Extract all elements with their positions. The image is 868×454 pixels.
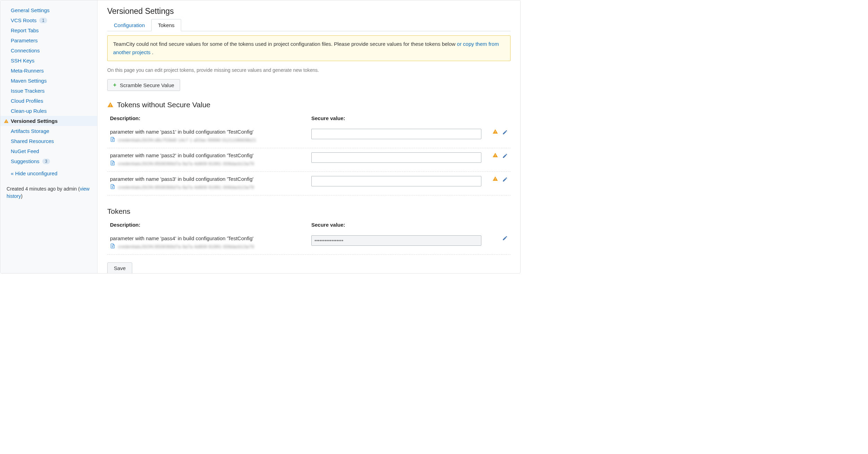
sidebar-item-versioned-settings[interactable]: Versioned Settings — [0, 116, 97, 126]
token-credential: credentialsJSON:8508366d7a 9a7a 4d809 81… — [110, 160, 311, 167]
sidebar-item-label: Artifacts Storage — [11, 128, 49, 134]
document-icon — [110, 137, 115, 143]
token-description-text: parameter with name 'pass3' in build con… — [110, 176, 311, 182]
token-actions — [486, 152, 508, 159]
scramble-button-label: Scramble Secure Value — [120, 82, 174, 88]
sidebar-item-label: VCS Roots — [11, 17, 36, 23]
token-row: parameter with name 'pass1' in build con… — [107, 125, 511, 148]
token-credential: credentialsJSON:8508366d7a 9a7a 4d809 81… — [110, 243, 311, 250]
plus-icon: + — [113, 82, 116, 88]
sidebar-item-shared-resources[interactable]: Shared Resources — [0, 136, 97, 146]
token-input-wrapper — [311, 235, 481, 246]
sidebar-item-label: Clean-up Rules — [11, 108, 47, 114]
section-title-text: Tokens — [107, 207, 130, 216]
document-icon — [110, 160, 115, 167]
sidebar-item-label: Suggestions — [11, 158, 40, 164]
main-content: Versioned Settings ConfigurationTokens T… — [98, 0, 520, 273]
edit-icon[interactable] — [502, 153, 508, 159]
token-actions — [486, 176, 508, 183]
section-tokens-without-value-heading: Tokens without Secure Value — [107, 101, 511, 109]
alert-text: TeamCity could not find secure values fo… — [113, 41, 457, 47]
secure-value-input[interactable] — [311, 176, 481, 186]
sidebar-item-label: NuGet Feed — [11, 148, 39, 154]
token-credential-id: credentialsJSON:d6c7f28d0 14c7 1 a53ac 8… — [118, 137, 256, 143]
hide-unconfigured-link[interactable]: « Hide unconfigured — [0, 166, 97, 178]
sidebar-meta-text-post: ) — [21, 193, 23, 199]
secure-value-input[interactable] — [311, 129, 481, 139]
warning-icon — [492, 129, 498, 135]
token-actions — [486, 235, 508, 241]
sidebar-item-label: Meta-Runners — [11, 68, 44, 74]
sidebar-item-connections[interactable]: Connections — [0, 45, 97, 56]
token-input-wrapper — [311, 176, 481, 186]
tabs: ConfigurationTokens — [107, 19, 511, 31]
token-input-wrapper — [311, 129, 481, 139]
sidebar-item-label: Maven Settings — [11, 78, 47, 84]
sidebar-item-label: Parameters — [11, 37, 38, 43]
alert-banner: TeamCity could not find secure values fo… — [107, 35, 511, 61]
sidebar-item-artifacts-storage[interactable]: Artifacts Storage — [0, 126, 97, 136]
sidebar-item-label: Cloud Profiles — [11, 98, 43, 104]
token-description-text: parameter with name 'pass4' in build con… — [110, 235, 311, 241]
sidebar-meta: Created 4 minutes ago by admin (view his… — [0, 178, 97, 200]
secure-value-input[interactable] — [311, 152, 481, 163]
edit-icon[interactable] — [502, 129, 508, 135]
sidebar-item-suggestions[interactable]: Suggestions3 — [0, 156, 97, 166]
section-title-text: Tokens without Secure Value — [117, 101, 210, 109]
sidebar-item-vcs-roots[interactable]: VCS Roots1 — [0, 15, 97, 25]
sidebar-item-label: SSH Keys — [11, 58, 34, 64]
sidebar-item-maven-settings[interactable]: Maven Settings — [0, 76, 97, 86]
sidebar-item-report-tabs[interactable]: Report Tabs — [0, 25, 97, 35]
tab-tokens[interactable]: Tokens — [151, 19, 181, 31]
token-description: parameter with name 'pass1' in build con… — [110, 129, 311, 143]
column-description: Description: — [110, 222, 311, 228]
document-icon — [110, 243, 115, 250]
sidebar-item-nuget-feed[interactable]: NuGet Feed — [0, 146, 97, 156]
sidebar-item-issue-trackers[interactable]: Issue Trackers — [0, 86, 97, 96]
token-input-wrapper — [311, 152, 481, 163]
token-credential: credentialsJSON:d6c7f28d0 14c7 1 a53ac 8… — [110, 137, 311, 143]
warning-icon — [492, 176, 498, 183]
warning-icon — [4, 119, 9, 124]
count-badge: 1 — [39, 18, 47, 23]
tab-configuration[interactable]: Configuration — [107, 19, 151, 31]
sidebar-item-label: Issue Trackers — [11, 88, 45, 94]
help-text: On this page you can edit project tokens… — [107, 67, 511, 73]
sidebar-item-ssh-keys[interactable]: SSH Keys — [0, 56, 97, 66]
count-badge: 3 — [42, 159, 50, 164]
sidebar-item-cloud-profiles[interactable]: Cloud Profiles — [0, 96, 97, 106]
sidebar: General SettingsVCS Roots1Report TabsPar… — [0, 0, 98, 273]
sidebar-item-label: Report Tabs — [11, 27, 39, 33]
sidebar-item-label: General Settings — [11, 7, 50, 13]
sidebar-item-label: Versioned Settings — [11, 118, 58, 124]
sidebar-meta-text: Created 4 minutes ago by admin ( — [7, 186, 80, 192]
token-row: parameter with name 'pass3' in build con… — [107, 172, 511, 195]
token-description-text: parameter with name 'pass1' in build con… — [110, 129, 311, 135]
token-credential-id: credentialsJSON:8508366d7a 9a7a 4d809 81… — [118, 244, 254, 249]
column-description: Description: — [110, 115, 311, 121]
column-secure-value: Secure value: — [311, 222, 486, 228]
tokens-missing-list: parameter with name 'pass1' in build con… — [107, 125, 511, 195]
warning-icon — [107, 102, 113, 108]
save-button[interactable]: Save — [107, 262, 132, 273]
edit-icon[interactable] — [502, 235, 508, 241]
sidebar-item-clean-up-rules[interactable]: Clean-up Rules — [0, 106, 97, 116]
edit-icon[interactable] — [502, 177, 508, 182]
token-credential-id: credentialsJSON:8508366d7a 9a7a 4d809 81… — [118, 185, 254, 190]
token-credential: credentialsJSON:8508366d7a 9a7a 4d809 81… — [110, 184, 311, 190]
token-row: parameter with name 'pass2' in build con… — [107, 148, 511, 172]
warning-icon — [492, 152, 498, 159]
token-actions — [486, 129, 508, 135]
token-description: parameter with name 'pass2' in build con… — [110, 152, 311, 167]
sidebar-item-meta-runners[interactable]: Meta-Runners — [0, 66, 97, 76]
secure-value-input — [311, 235, 481, 246]
column-secure-value: Secure value: — [311, 115, 486, 121]
sidebar-item-label: Shared Resources — [11, 138, 54, 144]
token-credential-id: credentialsJSON:8508366d7a 9a7a 4d809 81… — [118, 161, 254, 166]
token-table-header: Description: Secure value: — [107, 112, 511, 125]
token-row: parameter with name 'pass4' in build con… — [107, 231, 511, 255]
sidebar-item-parameters[interactable]: Parameters — [0, 35, 97, 45]
token-description: parameter with name 'pass3' in build con… — [110, 176, 311, 190]
scramble-secure-value-button[interactable]: + Scramble Secure Value — [107, 79, 180, 91]
sidebar-item-general-settings[interactable]: General Settings — [0, 5, 97, 15]
